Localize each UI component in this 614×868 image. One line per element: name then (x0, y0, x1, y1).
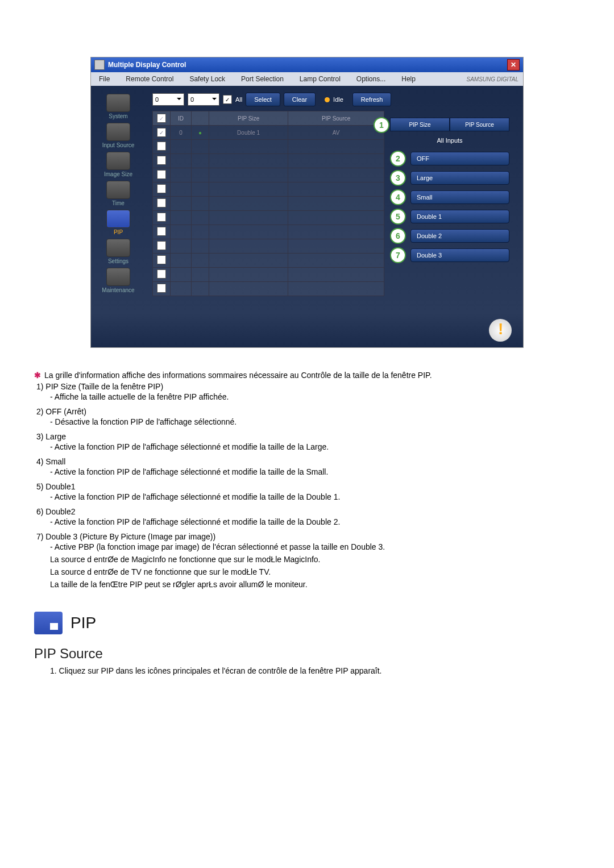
item-1-sub: - Affiche la taille actuelle de la fenêt… (50, 392, 580, 401)
double2-button[interactable]: Double 2 (410, 229, 509, 243)
table-row[interactable] (153, 182, 384, 197)
hdr-stat (192, 111, 209, 126)
item-6: 6) Double2 (36, 507, 580, 516)
sidebar-item-maint[interactable]: Maintenance (102, 268, 134, 293)
item-1: 1) PIP Size (Taille de la fenêtre PIP) (36, 382, 580, 391)
sidebar-item-settings[interactable]: Settings (106, 239, 130, 264)
last-line: 1. Cliquez sur PIP dans les icônes princ… (50, 666, 580, 675)
row-check-icon[interactable] (157, 241, 166, 250)
row-check-icon[interactable] (157, 184, 166, 193)
double1-button[interactable]: Double 1 (410, 210, 509, 223)
off-button[interactable]: OFF (410, 152, 509, 165)
tab-pip-size[interactable]: 1 PIP Size (390, 118, 450, 131)
item-5-sub: - Active la fonction PIP de l'affichage … (50, 492, 580, 501)
app-icon (94, 60, 105, 70)
dropdown-2[interactable]: 0 (188, 93, 219, 106)
table-row[interactable] (153, 197, 384, 211)
system-icon (106, 94, 130, 112)
menu-file[interactable]: File (91, 75, 118, 83)
table-row[interactable] (153, 282, 384, 296)
table-row[interactable] (153, 168, 384, 182)
row-check-icon[interactable] (157, 142, 166, 151)
row-check-icon[interactable] (157, 284, 166, 293)
row-check-icon[interactable] (157, 227, 166, 236)
item-3: 3) Large (36, 432, 580, 441)
callout-2: 2 (390, 151, 406, 167)
intro-text: La grille d'information affiche des info… (44, 371, 432, 380)
row-check-icon[interactable] (157, 255, 166, 264)
callout-4: 4 (390, 189, 406, 205)
tab-label: PIP Size (409, 122, 430, 128)
small-button[interactable]: Small (410, 190, 509, 204)
sidebar-label: Settings (108, 258, 128, 264)
image-icon (106, 152, 130, 170)
time-icon (106, 181, 130, 199)
row-check-icon[interactable] (157, 198, 166, 207)
pip-icon (106, 210, 130, 228)
callout-6: 6 (390, 228, 406, 244)
table-row[interactable] (153, 254, 384, 268)
clear-button[interactable]: Clear (284, 93, 316, 106)
sidebar-item-input[interactable]: Input Source (102, 123, 135, 148)
sidebar: System Input Source Image Size Time PIP … (91, 86, 146, 313)
callout-1: 1 (374, 117, 389, 133)
table-row[interactable] (153, 268, 384, 282)
menu-safety[interactable]: Safety Lock (181, 75, 233, 83)
sidebar-item-image[interactable]: Image Size (104, 152, 132, 177)
item-2-sub: - Désactive la fonction PIP de l'afficha… (50, 417, 580, 426)
refresh-button[interactable]: Refresh (352, 93, 392, 106)
all-checkbox[interactable]: ✓ (223, 95, 232, 104)
item-2: 2) OFF (Arrêt) (36, 407, 580, 416)
status-dot-icon (325, 97, 330, 102)
row-check-icon[interactable]: ✓ (157, 128, 166, 137)
item-5: 5) Double1 (36, 482, 580, 491)
sidebar-item-system[interactable]: System (106, 94, 130, 119)
menu-remote[interactable]: Remote Control (118, 75, 181, 83)
menu-lamp[interactable]: Lamp Control (292, 75, 349, 83)
table-row[interactable] (153, 154, 384, 168)
sidebar-item-pip[interactable]: PIP (106, 210, 130, 235)
close-icon[interactable]: ✕ (507, 59, 520, 70)
menu-help[interactable]: Help (393, 75, 424, 83)
dropdown-1[interactable]: 0 (152, 93, 184, 106)
table-row[interactable]: ✓ 0 ● Double 1 AV (153, 126, 384, 140)
item-7-sub: - Active PBP (la fonction image par imag… (50, 542, 580, 551)
section-heading-source: PIP Source (34, 646, 580, 662)
sidebar-label: PIP (114, 229, 123, 235)
sidebar-label: Input Source (102, 142, 135, 148)
table-row[interactable] (153, 225, 384, 239)
table-row[interactable] (153, 211, 384, 225)
large-button[interactable]: Large (410, 171, 509, 185)
hdr-id: ID (171, 111, 192, 126)
device-table: ✓ ID PIP Size PIP Source ✓ 0 ● Double 1 (152, 111, 384, 296)
menu-options[interactable]: Options... (349, 75, 393, 83)
note-3: La taille de la fenŒtre PIP peut se rØgl… (50, 580, 580, 589)
alert-icon (489, 319, 512, 342)
sidebar-item-time[interactable]: Time (106, 181, 130, 206)
cell-size: Double 1 (209, 126, 288, 140)
row-check-icon[interactable] (157, 213, 166, 222)
double3-button[interactable]: Double 3 (410, 248, 509, 262)
hdr-check-icon[interactable]: ✓ (157, 114, 166, 123)
app-footer (91, 313, 523, 347)
dd-value: 0 (190, 96, 194, 103)
table-row[interactable] (153, 140, 384, 154)
table-row[interactable] (153, 239, 384, 254)
menu-port[interactable]: Port Selection (233, 75, 292, 83)
window-title: Multiple Display Control (108, 61, 186, 69)
row-check-icon[interactable] (157, 170, 166, 179)
row-check-icon[interactable] (157, 269, 166, 279)
row-check-icon[interactable] (157, 156, 166, 165)
app-window: Multiple Display Control ✕ File Remote C… (90, 57, 524, 348)
idle-indicator: Idle (325, 96, 343, 103)
tab-pip-source[interactable]: PIP Source (450, 118, 509, 131)
maint-icon (106, 268, 130, 286)
select-button[interactable]: Select (246, 93, 280, 106)
callout-5: 5 (390, 209, 406, 225)
item-3-sub: - Active la fonction PIP de l'affichage … (50, 442, 580, 451)
note-1: La source d entrØe de MagicInfo ne fonct… (50, 555, 580, 564)
cell-id: 0 (171, 126, 192, 140)
cell-stat: ● (192, 126, 209, 140)
sidebar-label: System (109, 113, 127, 119)
star-icon: ✱ (34, 371, 41, 380)
